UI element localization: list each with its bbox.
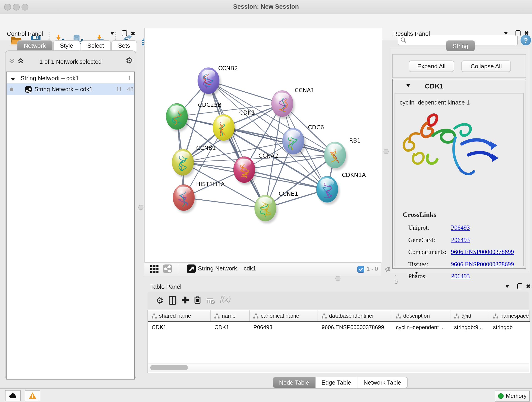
column-header-sharedname[interactable]: shared name: [148, 310, 211, 321]
network-node[interactable]: [173, 185, 196, 213]
create-column-icon[interactable]: [181, 296, 189, 305]
control-panel-collapse-icon[interactable]: [110, 32, 114, 35]
grid-view-icon[interactable]: [150, 265, 158, 274]
network-view-title: String Network – cdk1: [198, 265, 256, 272]
network-tree-root-row[interactable]: String Network – cdk1 1: [7, 73, 134, 83]
gene-entry-collapse-icon[interactable]: [406, 84, 410, 87]
results-panel-title: Results Panel: [393, 30, 430, 37]
gene-description: cyclin–dependent kinase 1: [399, 99, 470, 106]
crosslink-link[interactable]: P06493: [451, 224, 470, 232]
network-node-label: CCNE1: [279, 191, 298, 197]
table-row[interactable]: CDK1CDK1P064939606.ENSP00000378699cyclin…: [148, 322, 530, 334]
share-network-icon[interactable]: [163, 264, 172, 273]
results-panel-float-icon[interactable]: [515, 30, 520, 36]
scrollbar-thumb[interactable]: [150, 365, 188, 370]
column-header-namespace[interactable]: namespace: [489, 310, 530, 321]
table-panel-collapse-icon[interactable]: [505, 285, 509, 288]
network-edge[interactable]: [244, 170, 327, 189]
column-header-databaseidentifier[interactable]: database identifier: [318, 310, 392, 321]
crosslink-label: Uniprot:: [408, 224, 451, 232]
network-node[interactable]: [213, 114, 236, 143]
memory-button[interactable]: Memory: [495, 390, 530, 402]
table-cell[interactable]: CDK1: [211, 322, 250, 332]
network-tree-selected-row[interactable]: String Network – cdk1 11 48: [7, 83, 134, 95]
cloud-button[interactable]: [5, 390, 21, 401]
network-node[interactable]: [254, 195, 278, 223]
show-columns-icon[interactable]: [169, 296, 177, 306]
warnings-button[interactable]: [25, 390, 40, 401]
network-node[interactable]: [166, 103, 189, 132]
network-node-label: CCNA1: [295, 87, 315, 94]
table-panel-float-icon[interactable]: [517, 283, 522, 289]
network-node-label: CCNA2: [259, 153, 278, 159]
left-splitter-handle[interactable]: [138, 205, 143, 210]
collapse-all-button[interactable]: Collapse All: [462, 61, 511, 72]
memory-label: Memory: [506, 393, 526, 399]
network-edge[interactable]: [209, 81, 265, 208]
crosslink-label: Tissues:: [408, 261, 451, 268]
tab-style[interactable]: Style: [53, 40, 80, 51]
results-panel-close-icon[interactable]: ✖: [524, 31, 529, 36]
delete-columns-icon[interactable]: [193, 296, 202, 306]
horizontal-scrollbar[interactable]: [148, 363, 529, 372]
results-panel-collapse-icon[interactable]: [504, 32, 508, 35]
tab-select[interactable]: Select: [80, 40, 111, 51]
column-header-label: shared name: [159, 313, 191, 319]
network-node[interactable]: [324, 142, 347, 170]
table-cell[interactable]: CDK1: [148, 322, 211, 332]
network-node[interactable]: [272, 90, 295, 119]
network-node-label: CDC25B: [198, 102, 222, 108]
network-node[interactable]: [198, 68, 221, 96]
crosslink-link[interactable]: 9606.ENSP00000378699: [451, 261, 514, 268]
tab-edge-table[interactable]: Edge Table: [315, 377, 358, 388]
network-node[interactable]: [283, 128, 306, 157]
tree-expand-icon[interactable]: [11, 74, 15, 84]
crosslink-link[interactable]: P06493: [451, 273, 470, 280]
tab-node-table[interactable]: Node Table: [273, 377, 316, 388]
tab-network[interactable]: Network: [17, 40, 52, 51]
control-panel: Control Panel ✖ NetworkStyleSelectSets 1…: [0, 28, 139, 388]
selected-checkbox-icon[interactable]: [357, 266, 364, 273]
network-node[interactable]: [172, 149, 195, 178]
toolbar-separator: [381, 264, 381, 274]
status-bar: Memory: [0, 388, 532, 402]
network-node[interactable]: [317, 176, 340, 205]
column-header-id[interactable]: @id: [450, 310, 489, 321]
network-node-label: CCNB1: [196, 145, 216, 151]
column-header-description[interactable]: description: [392, 310, 450, 321]
table-options-gear-icon[interactable]: ⚙: [156, 295, 164, 306]
collection-count: 1: [128, 73, 131, 83]
network-options-gear-icon[interactable]: ⚙: [126, 56, 133, 65]
network-selection-summary: 1 of 1 Network selected: [6, 58, 136, 65]
table-cell[interactable]: 9606.ENSP00000378699: [318, 322, 392, 332]
table-cell[interactable]: stringdb: [489, 322, 530, 332]
delete-table-icon: [206, 297, 215, 306]
crosslink-link[interactable]: 9606.ENSP00000378699: [451, 249, 514, 256]
table-cell[interactable]: cyclin–dependent ...: [392, 322, 450, 332]
network-node[interactable]: [234, 157, 257, 185]
tab-sets[interactable]: Sets: [111, 40, 137, 51]
control-panel-float-icon[interactable]: [122, 30, 127, 36]
table-panel-close-icon[interactable]: ✖: [526, 284, 531, 289]
control-panel-close-icon[interactable]: ✖: [131, 31, 135, 36]
expand-all-button[interactable]: Expand All: [409, 61, 454, 72]
table-cell[interactable]: stringdb:9...: [450, 322, 489, 332]
crosslink-link[interactable]: P06493: [451, 236, 470, 244]
title-bar: Session: New Session: [0, 0, 532, 14]
open-in-window-icon[interactable]: [187, 264, 196, 273]
column-header-canonicalname[interactable]: canonical name: [250, 310, 318, 321]
network-node-label: CDC6: [308, 124, 324, 131]
cloud-icon: [8, 393, 17, 399]
tab-network-table[interactable]: Network Table: [357, 377, 408, 388]
column-header-name[interactable]: name: [211, 310, 250, 321]
column-header-label: description: [403, 313, 430, 319]
tab-string[interactable]: String: [446, 40, 475, 51]
gene-symbol: CDK1: [425, 82, 443, 90]
memory-status-icon: [498, 393, 504, 399]
bottom-splitter-handle[interactable]: [336, 276, 341, 281]
table-cell[interactable]: P06493: [250, 322, 318, 332]
toolbar-separator: [178, 264, 178, 274]
gene-entry: CDK1 cyclin–dependent kinase 1: [392, 79, 526, 269]
network-canvas[interactable]: CCNB2CCNA1CDC25BCDK1CDC6RB1CCNB1CCNA2HIS…: [144, 28, 382, 262]
crosslink-row: Tissues:9606.ENSP00000378699: [408, 258, 521, 270]
